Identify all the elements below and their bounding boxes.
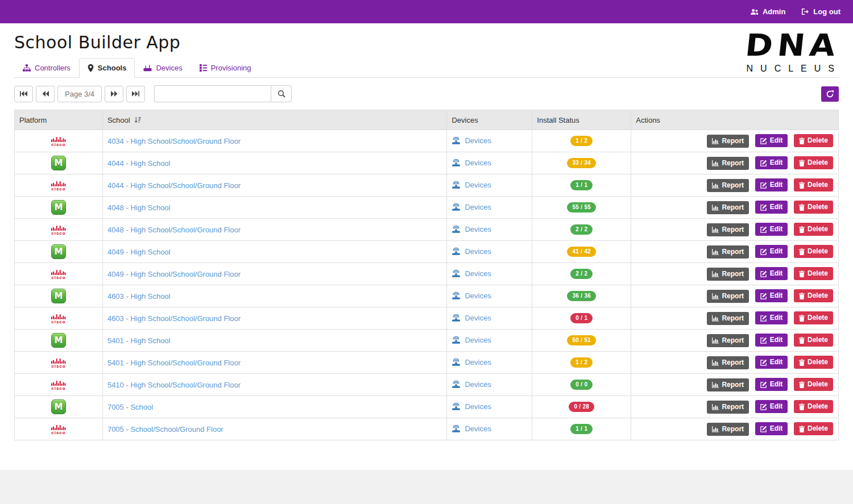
delete-button[interactable]: Delete xyxy=(794,134,833,147)
report-button[interactable]: Report xyxy=(707,201,749,214)
actions-cell: Report Edit Delete xyxy=(631,174,839,197)
school-link[interactable]: 7005 - School xyxy=(107,403,153,411)
actions-cell: Report Edit Delete xyxy=(631,130,839,152)
devices-link[interactable]: Devices xyxy=(452,314,491,322)
devices-cell: Devices xyxy=(447,418,532,440)
cisco-logo: cisco xyxy=(51,381,66,391)
delete-button[interactable]: Delete xyxy=(794,201,833,214)
report-button[interactable]: Report xyxy=(707,268,749,281)
delete-button[interactable]: Delete xyxy=(794,378,833,391)
devices-link[interactable]: Devices xyxy=(452,380,491,389)
school-link[interactable]: 4048 - High School xyxy=(107,203,171,212)
edit-button[interactable]: Edit xyxy=(755,201,788,214)
report-button[interactable]: Report xyxy=(707,401,749,414)
last-page-button[interactable] xyxy=(126,86,145,102)
school-link[interactable]: 5410 - High School/School/Ground Floor xyxy=(107,381,241,389)
cisco-logo-text: cisco xyxy=(51,364,65,369)
devices-link[interactable]: Devices xyxy=(452,159,491,167)
access-point-icon xyxy=(452,226,461,233)
edit-button[interactable]: Edit xyxy=(755,378,788,391)
edit-button[interactable]: Edit xyxy=(755,134,788,147)
report-button[interactable]: Report xyxy=(707,290,749,303)
devices-link[interactable]: Devices xyxy=(452,136,491,145)
school-cell: 4034 - High School/School/Ground Floor xyxy=(102,130,447,152)
report-button[interactable]: Report xyxy=(707,223,749,236)
delete-button[interactable]: Delete xyxy=(794,178,833,191)
devices-link[interactable]: Devices xyxy=(452,402,491,411)
report-button[interactable]: Report xyxy=(707,334,749,347)
school-link[interactable]: 4049 - High School xyxy=(107,248,171,256)
devices-link[interactable]: Devices xyxy=(452,291,491,300)
refresh-button[interactable] xyxy=(821,86,839,102)
devices-link[interactable]: Devices xyxy=(452,225,491,234)
devices-link[interactable]: Devices xyxy=(452,247,491,256)
report-button[interactable]: Report xyxy=(707,312,749,325)
search-button[interactable] xyxy=(271,85,292,102)
devices-cell: Devices xyxy=(447,330,532,352)
cisco-logo-text: cisco xyxy=(51,431,65,435)
school-link[interactable]: 4049 - High School/School/Ground Floor xyxy=(107,270,241,278)
devices-link[interactable]: Devices xyxy=(452,358,491,366)
edit-button[interactable]: Edit xyxy=(755,223,788,236)
column-header-school[interactable]: School xyxy=(102,110,447,130)
edit-button[interactable]: Edit xyxy=(755,422,788,435)
edit-button[interactable]: Edit xyxy=(755,356,788,369)
edit-button[interactable]: Edit xyxy=(755,245,788,258)
devices-link[interactable]: Devices xyxy=(452,336,491,344)
school-link[interactable]: 4044 - High School xyxy=(107,159,171,168)
edit-button[interactable]: Edit xyxy=(755,156,788,169)
school-link[interactable]: 7005 - School/School/Ground Floor xyxy=(107,425,223,434)
edit-button[interactable]: Edit xyxy=(755,267,788,280)
first-page-button[interactable] xyxy=(14,86,33,102)
devices-link[interactable]: Devices xyxy=(452,424,491,433)
delete-button[interactable]: Delete xyxy=(794,289,833,302)
tab-provisioning[interactable]: Provisioning xyxy=(191,58,260,78)
school-link[interactable]: 4603 - High School/School/Ground Floor xyxy=(107,314,241,323)
delete-button[interactable]: Delete xyxy=(794,400,833,413)
delete-button[interactable]: Delete xyxy=(794,156,833,169)
devices-link[interactable]: Devices xyxy=(452,203,491,211)
school-link[interactable]: 5401 - High School xyxy=(107,336,171,345)
delete-button[interactable]: Delete xyxy=(794,356,833,369)
report-button[interactable]: Report xyxy=(707,356,749,369)
tab-controllers[interactable]: Controllers xyxy=(14,58,79,78)
edit-button[interactable]: Edit xyxy=(755,178,788,191)
next-page-button[interactable] xyxy=(105,86,123,102)
delete-button[interactable]: Delete xyxy=(794,223,833,236)
school-link[interactable]: 4044 - High School/School/Ground Floor xyxy=(107,181,241,190)
report-button[interactable]: Report xyxy=(707,423,749,436)
edit-button[interactable]: Edit xyxy=(755,334,788,347)
report-button[interactable]: Report xyxy=(707,245,749,259)
school-cell: 5410 - High School/School/Ground Floor xyxy=(102,374,447,396)
tab-schools[interactable]: Schools xyxy=(79,58,135,78)
report-button[interactable]: Report xyxy=(707,378,749,391)
edit-button[interactable]: Edit xyxy=(755,311,788,324)
delete-button[interactable]: Delete xyxy=(794,422,833,435)
delete-button[interactable]: Delete xyxy=(794,334,833,347)
edit-button[interactable]: Edit xyxy=(755,289,788,302)
table-row: cisco M 7005 - School Devices 0 / xyxy=(15,396,839,418)
search-input[interactable] xyxy=(154,85,271,102)
delete-button-label: Delete xyxy=(808,403,828,410)
report-button-label: Report xyxy=(722,315,744,322)
report-button[interactable]: Report xyxy=(707,157,749,170)
admin-link[interactable]: Admin xyxy=(750,7,785,16)
delete-button[interactable]: Delete xyxy=(794,245,833,258)
previous-page-button[interactable] xyxy=(36,86,55,102)
report-button[interactable]: Report xyxy=(707,179,749,192)
devices-link[interactable]: Devices xyxy=(452,181,491,189)
school-link[interactable]: 4603 - High School xyxy=(107,292,171,301)
report-button[interactable]: Report xyxy=(707,135,749,148)
logout-link[interactable]: Log out xyxy=(801,7,840,16)
devices-link[interactable]: Devices xyxy=(452,269,491,278)
delete-button[interactable]: Delete xyxy=(794,311,833,324)
edit-button[interactable]: Edit xyxy=(755,400,788,413)
school-cell: 5401 - High School xyxy=(102,330,447,352)
users-icon xyxy=(750,9,759,15)
school-link[interactable]: 4048 - High School/School/Ground Floor xyxy=(107,226,241,234)
access-point-icon xyxy=(452,403,461,410)
delete-button[interactable]: Delete xyxy=(794,267,833,280)
tab-devices[interactable]: Devices xyxy=(135,58,191,78)
school-link[interactable]: 4034 - High School/School/Ground Floor xyxy=(107,137,241,145)
school-link[interactable]: 5401 - High School/School/Ground Floor xyxy=(107,359,241,367)
